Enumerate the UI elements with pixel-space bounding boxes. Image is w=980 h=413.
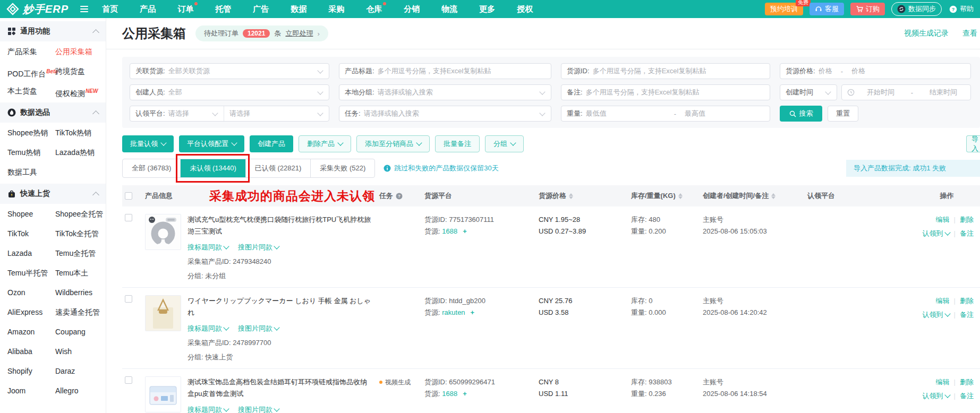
search-same-image-link[interactable]: 搜图片同款 [238,404,279,413]
sidebar-item[interactable]: 公用采集箱 [55,42,106,62]
sidebar-item[interactable]: Shopify [7,362,55,381]
nav-item[interactable]: 订单 [177,0,193,18]
sidebar-item[interactable]: Amazon [7,322,55,342]
status-tab[interactable]: 未认领 (13440) [180,159,245,177]
delete-link[interactable]: 删除 [960,376,974,388]
sidebar-item[interactable]: 本土货盘 [7,81,55,101]
nav-item[interactable]: 广告 [253,0,269,18]
product-image[interactable] [145,214,181,250]
sidebar-item[interactable]: TikTok热销 [55,123,106,143]
source-link[interactable]: 1688 [442,388,457,400]
toolbar-button[interactable]: 创建产品 [250,135,293,152]
nav-item[interactable]: 物流 [441,0,457,18]
remark-link[interactable]: 备注 [960,390,974,402]
sidebar-item[interactable]: Shopee [7,204,55,224]
select-all-checkbox[interactable] [125,192,132,200]
sidebar-section-header[interactable]: 数据选品 [0,102,106,123]
claim-to-link[interactable]: 认领到 [923,309,950,321]
filter-local-group-select[interactable]: 本地分组:请选择或输入搜索 [339,84,551,100]
product-title[interactable]: 测试充气u型枕充气枕便携口袋随行枕旅行枕TPU飞机脖枕旅游三宝测试 [188,214,372,237]
sidebar-item[interactable]: 跨境货盘 [55,62,106,81]
question-icon[interactable]: ? [396,193,403,200]
filter-time-type-select[interactable]: 创建时间 [780,84,837,100]
row-checkbox[interactable] [125,295,132,303]
delete-link[interactable]: 删除 [960,214,974,226]
view-link[interactable]: 查看 [962,29,977,38]
sidebar-item[interactable]: Shopee全托管 [55,204,106,224]
sidebar-item[interactable]: 速卖通全托管 [55,303,106,322]
sidebar-item[interactable]: Allegro [55,381,106,401]
sidebar-section-header[interactable]: 通用功能 [0,21,106,41]
filter-date-range[interactable]: 开始时间-结束时间 [841,84,971,100]
status-tab[interactable]: 已认领 (22821) [245,159,310,177]
sidebar-section-header[interactable]: 快速上货 [0,184,106,204]
add-source-icon[interactable]: + [463,227,467,235]
search-same-title-link[interactable]: 搜标题同款 [188,242,228,253]
sidebar-item[interactable]: Lazada热销 [55,143,106,162]
chevron-up-icon[interactable] [92,29,99,36]
edit-link[interactable]: 编辑 [936,295,950,307]
toolbar-button[interactable]: 批量备注 [435,135,480,152]
sidebar-item[interactable]: 数据工具 [7,162,55,182]
sidebar-item[interactable]: Shopee热销 [7,123,55,143]
search-same-title-link[interactable]: 搜标题同款 [188,323,228,334]
sort-icon[interactable] [771,193,776,199]
toolbar-button[interactable]: 批量认领 [122,135,174,152]
sidebar-item[interactable]: Wish [55,342,106,362]
sidebar-item[interactable]: 侵权检测NEW [55,81,106,101]
source-link[interactable]: rakuten [442,307,465,319]
toolbar-button[interactable]: 删除产品 [299,135,351,152]
sidebar-item[interactable]: AliExpress [7,303,55,322]
filter-product-title-input[interactable]: 产品标题:多个用逗号分隔，支持Excel复制粘贴 [339,63,551,79]
claim-to-link[interactable]: 认领到 [923,390,950,402]
sidebar-item[interactable]: TikTok全托管 [55,224,106,244]
sort-icon[interactable] [678,193,683,199]
sidebar-item[interactable]: Alibaba [7,342,55,362]
source-link[interactable]: 1688 [442,226,457,237]
nav-item[interactable]: 数据 [291,0,306,18]
nav-item[interactable]: 分销 [404,0,420,18]
add-source-icon[interactable]: + [471,308,475,316]
product-title[interactable]: ワイヤークリップブックマーカー しおり 手帳 金属 おしゃれ [188,295,372,319]
menu-toggle-icon[interactable] [80,6,88,12]
nav-item[interactable]: 仓库 [366,0,382,18]
sidebar-item[interactable]: Temu本土 [55,263,106,283]
filter-source-id-input[interactable]: 货源ID:多个用逗号分隔，支持Excel复制粘贴 [561,63,770,79]
help-button[interactable]: ? 帮助 [948,3,975,15]
row-checkbox[interactable] [125,214,132,221]
sidebar-item[interactable]: Wildberries [55,283,106,303]
import-export-button[interactable]: 导入 [966,135,980,152]
sidebar-item[interactable]: Temu半托管 [7,263,55,283]
toolbar-button[interactable]: 添加至分销商品 [356,135,430,152]
process-now-link[interactable]: 立即处理 [285,29,313,38]
product-title[interactable]: 测试珠宝饰品盒高档包装盒结婚耳钉耳环项链戒指饰品收纳盒pu皮首饰盒测试 [188,376,372,400]
search-same-image-link[interactable]: 搜图片同款 [238,242,279,253]
sidebar-item[interactable]: Joom [7,381,55,401]
remark-link[interactable]: 备注 [960,228,974,239]
sidebar-item[interactable]: TikTok [7,224,55,244]
product-image[interactable] [145,295,181,331]
chevron-up-icon[interactable] [92,192,99,199]
book-training-button[interactable]: 预约培训 免费 [765,3,803,15]
filter-claim-platform-select[interactable]: 认领平台:请选择 请选择 [130,106,329,122]
customer-service-button[interactable]: 客服 [809,3,844,15]
chevron-up-icon[interactable] [92,110,99,117]
app-logo[interactable]: 妙手ERP [6,2,69,16]
nav-item[interactable]: 更多 [479,0,495,18]
sidebar-item[interactable]: 产品采集 [7,42,55,62]
data-sync-button[interactable]: 数据同步 [891,2,942,16]
filter-source-price-range[interactable]: 货源价格:价格-价格 [780,63,971,79]
search-button[interactable]: 搜索 [780,106,822,122]
sidebar-item[interactable]: Ozon [7,283,55,303]
nav-item[interactable]: 首页 [102,0,118,18]
reset-button[interactable]: 重置 [828,106,858,122]
search-same-title-link[interactable]: 搜标题同款 [188,404,228,413]
add-source-icon[interactable]: + [463,390,467,398]
filter-weight-range[interactable]: 重量:最低值-最高值 [561,106,770,122]
nav-item[interactable]: 产品 [140,0,156,18]
delete-link[interactable]: 删除 [960,295,974,307]
status-tab[interactable]: 全部 (36783) [123,159,180,177]
nav-item[interactable]: 采购 [328,0,344,18]
sidebar-item[interactable]: POD工作台Beta [7,62,55,81]
nav-item[interactable]: 托管 [215,0,231,18]
